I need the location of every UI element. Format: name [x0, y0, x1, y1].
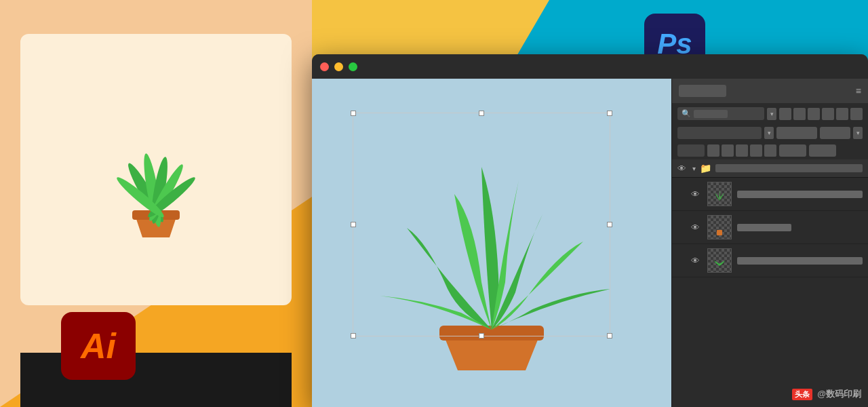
search-bar-fill — [694, 110, 728, 118]
layer-thumb-svg3 — [711, 252, 728, 269]
watermark-logo: 头条 — [792, 389, 812, 400]
illustrator-card — [20, 34, 292, 305]
shape-icon[interactable] — [822, 108, 834, 120]
layers-list: 👁 ▾ 📁 👁 — [672, 159, 868, 407]
panel-menu-icon[interactable]: ≡ — [856, 85, 861, 96]
fill-dropdown[interactable]: ▾ — [853, 127, 863, 139]
layer-item[interactable]: 👁 — [672, 244, 868, 277]
lock-image-icon[interactable] — [722, 144, 734, 157]
plant-illustration-small — [95, 102, 217, 237]
expand-icon[interactable]: ▾ — [692, 165, 696, 172]
maximize-button[interactable] — [349, 62, 357, 71]
layer3-thumb — [707, 248, 732, 273]
layer1-thumb — [707, 182, 732, 206]
scene: Ai Ps — [0, 0, 868, 407]
plant-illustration-large — [339, 92, 644, 377]
adjustment-icon[interactable] — [793, 108, 806, 120]
search-input[interactable]: 🔍 — [677, 107, 764, 120]
lock-icon[interactable] — [836, 108, 848, 120]
fill-icon[interactable] — [850, 108, 863, 120]
lock-all-icon[interactable] — [764, 144, 776, 157]
watermark-text: @数码印刷 — [817, 389, 861, 399]
lock-icons — [707, 144, 776, 157]
titlebar — [312, 54, 868, 79]
minimize-button[interactable] — [334, 62, 343, 71]
thumb-plant — [708, 182, 731, 206]
layer3-name — [737, 257, 863, 265]
stroke-options[interactable] — [809, 144, 836, 157]
ai-badge: Ai — [61, 312, 136, 380]
layer-thumb-plant-svg — [711, 186, 728, 202]
blend-mode-dropdown[interactable]: ▾ — [764, 127, 774, 139]
panel-row3 — [672, 142, 868, 159]
panel-title — [679, 85, 726, 97]
ai-badge-text: Ai — [81, 328, 116, 364]
search-dropdown[interactable]: ▾ — [767, 108, 776, 120]
layer2-name — [737, 224, 791, 231]
panel-row2: ▾ ▾ — [672, 124, 868, 142]
opacity-control[interactable] — [776, 127, 817, 139]
lock-options[interactable] — [677, 144, 705, 157]
fill-control[interactable] — [820, 127, 850, 139]
layer-thumb-svg2 — [711, 219, 728, 235]
layer1-visibility[interactable]: 👁 — [691, 189, 702, 199]
blend-mode-select[interactable] — [677, 127, 762, 139]
layer-item[interactable]: 👁 — [672, 211, 868, 244]
thumb-plant3 — [708, 249, 731, 272]
panel-tool-icons — [779, 108, 863, 120]
layer2-visibility[interactable]: 👁 — [691, 222, 702, 233]
panel-header: ≡ — [672, 79, 868, 103]
group-name — [715, 164, 863, 172]
layer-item[interactable]: 👁 — [672, 178, 868, 211]
lock-position-icon[interactable] — [736, 144, 748, 157]
photoshop-window: ≡ 🔍 ▾ — [312, 54, 868, 407]
image-icon[interactable] — [779, 108, 791, 120]
visibility-icon[interactable]: 👁 — [677, 163, 688, 174]
fill-options[interactable] — [779, 144, 806, 157]
lock-transparent-icon[interactable] — [707, 144, 719, 157]
lock-artboard-icon[interactable] — [750, 144, 762, 157]
folder-icon: 📁 — [700, 163, 711, 174]
search-icon: 🔍 — [682, 109, 691, 118]
text-icon[interactable] — [808, 108, 820, 120]
ps-content: ≡ 🔍 ▾ — [312, 79, 868, 407]
watermark: 头条 @数码印刷 — [792, 388, 861, 400]
layer1-name — [737, 191, 863, 198]
search-row: 🔍 ▾ — [672, 103, 868, 124]
svg-rect-10 — [717, 230, 722, 235]
close-button[interactable] — [320, 62, 329, 71]
thumb-plant2 — [708, 216, 731, 239]
svg-marker-8 — [444, 336, 539, 370]
layer2-thumb — [707, 215, 732, 239]
canvas-area — [312, 79, 671, 407]
layers-panel: ≡ 🔍 ▾ — [671, 79, 868, 407]
layer-group[interactable]: 👁 ▾ 📁 — [672, 159, 868, 178]
layer3-visibility[interactable]: 👁 — [691, 256, 702, 266]
